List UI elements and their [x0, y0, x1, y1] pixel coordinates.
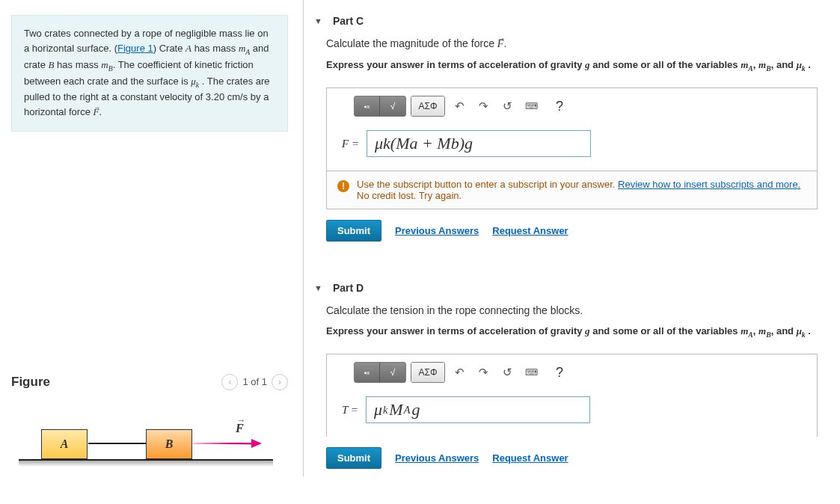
- crate-b: B: [146, 429, 192, 459]
- help-button[interactable]: ?: [550, 363, 569, 382]
- template-tool-group: ▪x √: [354, 96, 406, 117]
- part-c-toggle[interactable]: ▼: [314, 16, 322, 25]
- part-d-submit-button[interactable]: Submit: [326, 447, 381, 469]
- greek-tool-group: ΑΣΦ: [411, 96, 445, 117]
- part-c-hint: Express your answer in terms of accelera…: [326, 58, 818, 74]
- undo-button[interactable]: ↶: [450, 96, 469, 116]
- part-d-equals-label: T =: [342, 404, 358, 417]
- var-f: →F: [93, 106, 99, 117]
- part-d-title: Part D: [333, 282, 364, 294]
- var-mb: m: [101, 59, 108, 70]
- part-c-previous-answers-link[interactable]: Previous Answers: [395, 225, 479, 236]
- template-tool-group: ▪x √: [354, 362, 406, 383]
- help-button[interactable]: ?: [550, 96, 569, 116]
- text: ) Crate: [153, 43, 186, 54]
- keyboard-button[interactable]: ⌨: [521, 363, 541, 382]
- fraction-button[interactable]: ▪x: [355, 363, 380, 382]
- part-d-request-answer-link[interactable]: Request Answer: [492, 452, 568, 464]
- figure-link[interactable]: Figure 1: [117, 43, 153, 54]
- figure-page-indicator: 1 of 1: [242, 376, 267, 387]
- redo-button[interactable]: ↷: [473, 363, 493, 382]
- figure-title: Figure: [11, 375, 50, 390]
- part-c-submit-button[interactable]: Submit: [326, 220, 381, 242]
- reset-button[interactable]: ↺: [497, 96, 517, 116]
- part-c-prompt: Calculate the magnitude of the force →F.: [326, 37, 818, 50]
- part-d-previous-answers-link[interactable]: Previous Answers: [395, 452, 479, 464]
- part-c-equals-label: F =: [342, 138, 359, 150]
- part-d-prompt: Calculate the tension in the rope connec…: [326, 304, 818, 316]
- figure-next-button[interactable]: ›: [272, 374, 288, 390]
- part-d-hint: Express your answer in terms of accelera…: [326, 324, 818, 340]
- rope: [88, 443, 146, 444]
- problem-statement: Two crates connected by a rope of neglig…: [11, 15, 288, 132]
- crate-a: A: [41, 429, 88, 459]
- part-c-request-answer-link[interactable]: Request Answer: [492, 225, 568, 236]
- part-c-title: Part C: [333, 15, 364, 27]
- text: has mass: [191, 43, 239, 54]
- greek-tool-group: ΑΣΦ: [411, 362, 445, 383]
- feedback-link[interactable]: Review how to insert subscripts and more…: [618, 179, 800, 190]
- part-c-feedback: ! Use the subscript button to enter a su…: [327, 170, 817, 209]
- reset-button[interactable]: ↺: [497, 363, 517, 382]
- figure-prev-button[interactable]: ‹: [221, 374, 238, 390]
- var-ma: m: [239, 43, 245, 54]
- force-arrow: [193, 443, 260, 444]
- greek-button[interactable]: ΑΣΦ: [411, 96, 444, 116]
- figure-diagram: A B → F: [11, 407, 288, 474]
- keyboard-button[interactable]: ⌨: [521, 96, 541, 116]
- var-a: A: [186, 43, 191, 54]
- part-d-answer-input[interactable]: μkMAg: [366, 396, 590, 423]
- velocity-value: 3.20 cm/s: [206, 91, 248, 102]
- undo-button[interactable]: ↶: [450, 363, 469, 382]
- feedback-text: Use the subscript button to enter a subs…: [357, 179, 618, 190]
- root-button[interactable]: √: [380, 96, 405, 116]
- fraction-button[interactable]: ▪x: [355, 96, 380, 116]
- part-c-answer-panel: ▪x √ ΑΣΦ ↶ ↷ ↺ ⌨ ? F = μk(Ma + Mb)g: [326, 87, 818, 209]
- part-d-toggle[interactable]: ▼: [314, 283, 322, 292]
- force-label: → F: [236, 422, 244, 435]
- greek-button[interactable]: ΑΣΦ: [411, 363, 444, 382]
- part-c-answer-input[interactable]: μk(Ma + Mb)g: [367, 130, 591, 157]
- root-button[interactable]: √: [380, 363, 405, 382]
- warning-icon: !: [337, 180, 349, 192]
- part-d-answer-panel: ▪x √ ΑΣΦ ↶ ↷ ↺ ⌨ ? T = μkMAg: [326, 354, 818, 437]
- redo-button[interactable]: ↷: [473, 96, 493, 116]
- feedback-text-2: No credit lost. Try again.: [357, 190, 462, 201]
- text: has mass: [54, 59, 101, 70]
